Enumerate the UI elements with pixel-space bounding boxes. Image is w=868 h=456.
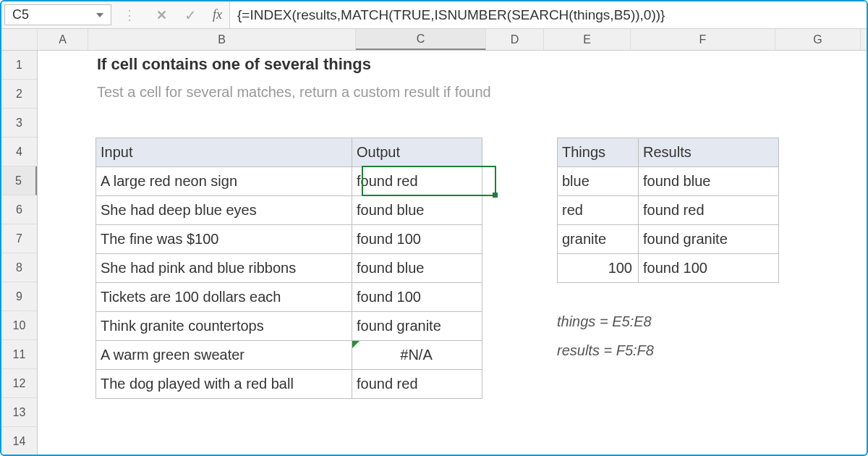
table-row: 100found 100 <box>558 254 779 283</box>
row-header[interactable]: 9 <box>1 282 37 311</box>
row-header[interactable]: 7 <box>1 224 37 253</box>
formula-bar-separator: ⋮ <box>111 1 148 28</box>
col-header[interactable]: G <box>775 29 861 50</box>
row-header[interactable]: 1 <box>1 51 37 80</box>
table-row: A large red neon signfound red <box>96 167 482 196</box>
row-header[interactable]: 5 <box>1 166 37 195</box>
cell-output[interactable]: found blue <box>352 254 482 283</box>
cell-output[interactable]: found blue <box>352 196 482 225</box>
note-things: things = E5:E8 <box>557 307 654 336</box>
cell-output[interactable]: found red <box>352 370 482 399</box>
fill-handle[interactable] <box>493 193 498 198</box>
cell-output[interactable]: #N/A <box>352 341 482 370</box>
table-row: granitefound granite <box>558 225 779 254</box>
column-headers: A B C D E F G <box>1 29 867 51</box>
row-header[interactable]: 10 <box>1 311 37 340</box>
row-header[interactable]: 13 <box>1 398 37 427</box>
row-header[interactable]: 2 <box>1 80 37 109</box>
cell-result[interactable]: found red <box>639 196 779 225</box>
cell-input[interactable]: Think granite countertops <box>96 312 352 341</box>
cell-result[interactable]: found blue <box>639 167 779 196</box>
col-header[interactable]: D <box>486 29 544 50</box>
row-header[interactable]: 4 <box>1 138 37 166</box>
row-headers: 1234567891011121314 <box>1 51 38 455</box>
col-header[interactable]: E <box>544 29 631 50</box>
row-header[interactable]: 3 <box>1 109 37 138</box>
fx-icon[interactable]: fx <box>205 1 229 28</box>
grid-cells[interactable]: If cell contains one of several things T… <box>38 51 867 455</box>
col-header[interactable]: B <box>88 29 356 50</box>
header-output[interactable]: Output <box>352 138 482 167</box>
row-header[interactable]: 8 <box>1 253 37 282</box>
table-row: The dog played with a red ballfound red <box>96 370 482 399</box>
enter-icon[interactable]: ✓ <box>184 7 197 24</box>
note-results: results = F5:F8 <box>557 336 654 365</box>
page-subtitle: Test a cell for several matches, return … <box>97 84 491 101</box>
table-row: The fine was $100found 100 <box>96 225 482 254</box>
cell-output[interactable]: found 100 <box>352 225 482 254</box>
cell-result[interactable]: found 100 <box>639 254 779 283</box>
select-all-corner[interactable] <box>1 29 38 50</box>
col-header[interactable]: C <box>356 29 486 50</box>
table-row: She had pink and blue ribbonsfound blue <box>96 254 482 283</box>
name-box-value: C5 <box>12 7 29 22</box>
cell-result[interactable]: found granite <box>639 225 779 254</box>
main-table: Input Output A large red neon signfound … <box>95 138 482 399</box>
cell-thing[interactable]: granite <box>558 225 639 254</box>
cell-input[interactable]: The dog played with a red ball <box>96 370 352 399</box>
cell-output[interactable]: found 100 <box>352 283 482 312</box>
cell-thing[interactable]: blue <box>558 167 639 196</box>
cell-input[interactable]: She had pink and blue ribbons <box>96 254 352 283</box>
cell-thing[interactable]: red <box>558 196 639 225</box>
cell-input[interactable]: She had deep blue eyes <box>96 196 352 225</box>
table-row: A warm green sweater#N/A <box>96 341 482 370</box>
page-title: If cell contains one of several things <box>97 55 371 74</box>
cell-input[interactable]: A large red neon sign <box>96 167 352 196</box>
table-row: bluefound blue <box>558 167 779 196</box>
table-row: Think granite countertopsfound granite <box>96 312 482 341</box>
header-things[interactable]: Things <box>558 138 639 167</box>
cell-thing[interactable]: 100 <box>558 254 639 283</box>
cell-output[interactable]: found red <box>352 167 482 196</box>
header-results[interactable]: Results <box>639 138 779 167</box>
chevron-down-icon[interactable] <box>96 13 103 17</box>
row-header[interactable]: 6 <box>1 195 37 224</box>
formula-bar-buttons: ✕ ✓ <box>148 1 205 28</box>
cancel-icon[interactable]: ✕ <box>156 7 167 23</box>
named-range-notes: things = E5:E8 results = F5:F8 <box>557 307 654 365</box>
row-header[interactable]: 12 <box>1 369 37 398</box>
cell-input[interactable]: The fine was $100 <box>96 225 352 254</box>
col-header[interactable]: A <box>38 29 88 50</box>
col-header[interactable]: F <box>631 29 775 50</box>
row-header[interactable]: 11 <box>1 340 37 369</box>
table-row: Tickets are 100 dollars eachfound 100 <box>96 283 482 312</box>
cell-input[interactable]: Tickets are 100 dollars each <box>96 283 352 312</box>
table-row: She had deep blue eyesfound blue <box>96 196 482 225</box>
lookup-table: Things Results bluefound blueredfound re… <box>557 138 779 283</box>
cell-output[interactable]: found granite <box>352 312 482 341</box>
cell-input[interactable]: A warm green sweater <box>96 341 352 370</box>
table-row: redfound red <box>558 196 779 225</box>
formula-input[interactable]: {=INDEX(results,MATCH(TRUE,ISNUMBER(SEAR… <box>229 1 867 28</box>
error-indicator-icon[interactable] <box>352 341 359 348</box>
header-input[interactable]: Input <box>96 138 352 167</box>
name-box[interactable]: C5 <box>4 4 111 25</box>
row-header[interactable]: 14 <box>1 427 37 456</box>
formula-bar: C5 ⋮ ✕ ✓ fx {=INDEX(results,MATCH(TRUE,I… <box>1 1 867 29</box>
